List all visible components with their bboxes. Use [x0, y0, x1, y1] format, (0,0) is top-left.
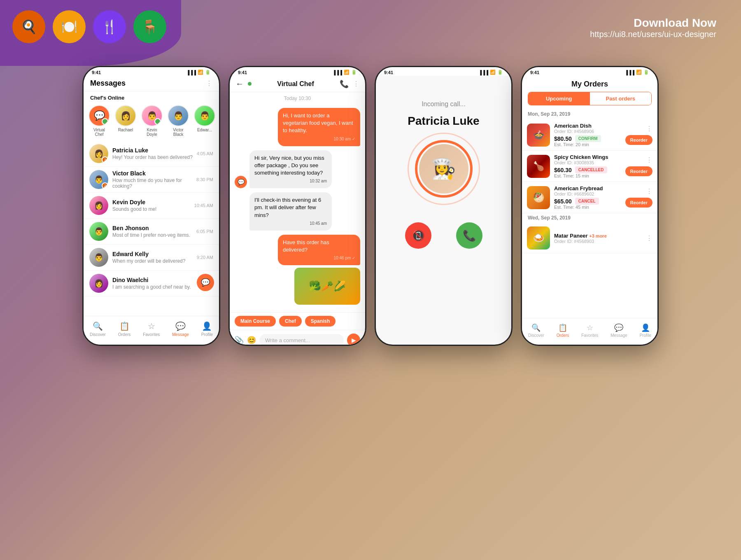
tag-chef[interactable]: Chef [279, 316, 302, 327]
bubble-recv-1: Hi sir, Very nice, but you miss offer pa… [249, 150, 332, 189]
app-icon-chef[interactable]: 🍳 [12, 10, 45, 43]
msg-item-kevin[interactable]: 👩 Kevin Doyle Sounds good to me! 10:45 A… [84, 193, 219, 219]
nav-profile-4[interactable]: 👤 Profile [640, 323, 651, 338]
msg-item-patricia[interactable]: 👩 3 Patricia Luke Hey! Your order has be… [84, 141, 219, 167]
order-status-spicy: CANCELLED [575, 166, 607, 173]
chef-wrap-virtual[interactable]: 💬 Virtual Chef [89, 105, 110, 137]
chef-wrap-edward[interactable]: 👨 Edwar... [194, 105, 215, 137]
order-menu-frybread[interactable]: ⋮ [646, 187, 652, 195]
order-price-row-frybread: $65.00 CANCEL [554, 198, 621, 205]
nav-discover-4[interactable]: 🔍 Discover [528, 323, 544, 338]
nav-favorites-4[interactable]: ☆ Favorites [581, 323, 598, 338]
bubble-text-sent-1: Hi, I want to order a vegetarian food ve… [283, 112, 353, 133]
decline-button[interactable]: 📵 [405, 222, 431, 249]
order-info-spicy: Spicy Chicken Wings Order ID: #3008935 $… [554, 154, 621, 178]
msg-badge-victor: 2 [102, 182, 108, 189]
incoming-label: Incoming call... [422, 100, 466, 108]
bubble-recv-2: I'll check-in this evening at 6 pm. It w… [249, 192, 332, 231]
msg-time-patricia: 4:05 AM [197, 151, 213, 156]
tab-upcoming[interactable]: Upcoming [528, 92, 590, 105]
msg-name-edward: Edward Kelly [112, 251, 197, 257]
order-card-frybread[interactable]: 🥙 American Frybread Order ID: #6689602 $… [522, 182, 657, 213]
bubble-sent-2: Have this order has delivered? 10:46 pm … [278, 235, 360, 265]
msg-item-edward[interactable]: 👨 Edward Kelly When my order will be del… [84, 245, 219, 271]
order-card-american-dish[interactable]: 🍲 American Dish Order ID: #4568906 $80.5… [522, 119, 657, 151]
call-icon[interactable]: 📞 [340, 79, 349, 89]
nav-orders-1[interactable]: 📋 Orders [118, 321, 131, 337]
chef-wrap-victor[interactable]: 👨 Victor Black [168, 105, 189, 137]
status-time-3: 9:41 [384, 70, 393, 75]
profile-icon-4: 👤 [641, 323, 650, 332]
nav-label-orders-4: Orders [557, 333, 569, 338]
bottom-nav-1: 🔍 Discover 📋 Orders ☆ Favorites 💬 Messag… [84, 316, 219, 345]
nav-profile-1[interactable]: 👤 Profile [201, 321, 213, 337]
tab-past-orders[interactable]: Past orders [590, 92, 652, 105]
msg-item-ben[interactable]: 👨 Ben Jhonson Most of time I prefer non-… [84, 219, 219, 245]
msg-item-victor[interactable]: 👨 2 Victor Black How much time do you ha… [84, 167, 219, 193]
chat-menu-icon[interactable]: ⋮ [353, 80, 359, 88]
nav-label-discover-1: Discover [90, 332, 106, 337]
nav-label-discover-4: Discover [528, 333, 544, 338]
phone-messages: 9:41 ▐▐▐ 📶 🔋 Messages ⋮ Chef's Online 💬 … [82, 66, 220, 346]
order-name-paneer: Matar Paneer +3 more [554, 233, 642, 239]
accept-button[interactable]: 📞 [456, 222, 482, 249]
reorder-btn-frybread[interactable]: Reorder [625, 198, 652, 208]
reorder-btn-american[interactable]: Reorder [625, 135, 652, 145]
tag-main-course[interactable]: Main Course [235, 316, 276, 327]
app-icon-chair[interactable]: 🪑 [133, 10, 166, 43]
nav-message-4[interactable]: 💬 Message [611, 323, 627, 338]
order-img-spicy: 🍗 [527, 155, 550, 178]
order-price-row-american: $80.50 CONFIRM [554, 135, 621, 142]
order-name-american: American Dish [554, 123, 621, 129]
send-button[interactable]: ▶ [347, 334, 360, 346]
chef-avatar-kevin: 👨 [141, 105, 163, 126]
download-url: https://ui8.net/users/ui-ux-designer [590, 30, 716, 39]
nav-favorites-1[interactable]: ☆ Favorites [143, 321, 160, 337]
order-menu-spicy[interactable]: ⋮ [646, 156, 652, 164]
attachment-icon[interactable]: 📎 [235, 336, 244, 345]
order-status-american: CONFIRM [575, 135, 601, 142]
battery-icon-4: 🔋 [643, 70, 649, 75]
msg-preview-kevin: Sounds good to me! [112, 206, 194, 212]
reorder-btn-spicy[interactable]: Reorder [625, 166, 652, 176]
order-menu-american[interactable]: ⋮ [646, 125, 652, 133]
msg-name-victor: Victor Black [112, 170, 196, 177]
nav-label-message-1: Message [172, 332, 189, 337]
chat-header: ← Virtual Chef 📞 ⋮ [230, 76, 365, 92]
app-icon-plate[interactable]: 🍽️ [53, 10, 86, 43]
nav-orders-4[interactable]: 📋 Orders [557, 323, 569, 338]
app-icon-fork[interactable]: 🍴 [93, 10, 126, 43]
nav-discover-1[interactable]: 🔍 Discover [90, 321, 106, 337]
status-icons-1: ▐▐▐ 📶 🔋 [186, 70, 211, 75]
order-date-1: Mon, Sep 23, 2019 [522, 110, 657, 119]
msg-info-kevin: Kevin Doyle Sounds good to me! [112, 199, 194, 212]
chef-wrap-kevin[interactable]: 👨 Kevin Doyle [141, 105, 163, 137]
call-buttons: 📵 📞 [405, 222, 482, 249]
chef-name-rachael: Rachael [118, 128, 133, 132]
status-time-4: 9:41 [530, 70, 539, 75]
nav-message-1[interactable]: 💬 Message [172, 321, 189, 337]
order-name-spicy: Spicy Chicken Wings [554, 154, 621, 160]
favorites-icon-1: ☆ [148, 321, 155, 331]
emoji-icon[interactable]: 😊 [247, 336, 256, 345]
tag-spanish[interactable]: Spanish [305, 316, 336, 327]
order-card-paneer[interactable]: 🍛 Matar Paneer +3 more Order ID: #456890… [522, 223, 657, 253]
bubble-time-sent-1: 10:30 am ✓ [283, 136, 355, 142]
discover-icon-4: 🔍 [531, 323, 541, 332]
messages-menu-icon[interactable]: ⋮ [206, 79, 212, 87]
chef-name-edward: Edwar... [197, 128, 212, 132]
order-menu-paneer[interactable]: ⋮ [646, 234, 652, 242]
chef-wrap-rachael[interactable]: 👩 Rachael [115, 105, 136, 137]
back-icon[interactable]: ← [235, 79, 244, 89]
status-bar-1: 9:41 ▐▐▐ 📶 🔋 [84, 67, 219, 76]
chat-msg-sent-2: Have this order has delivered? 10:46 pm … [235, 235, 360, 305]
chat-msg-sent-1: Hi, I want to order a vegetarian food ve… [235, 108, 360, 146]
compose-button[interactable]: 💬 [197, 274, 214, 291]
msg-info-ben: Ben Jhonson Most of time I prefer non-ve… [112, 225, 196, 238]
order-card-spicy[interactable]: 🍗 Spicy Chicken Wings Order ID: #3008935… [522, 151, 657, 182]
bubble-time-recv-2: 10:45 am [254, 221, 327, 226]
signal-icon-4: ▐▐▐ [625, 70, 634, 75]
msg-time-ben: 6:05 PM [196, 229, 213, 234]
msg-item-dino[interactable]: 👩 Dino Waelchi I am searching a good che… [84, 271, 219, 296]
chat-input[interactable]: Write a comment... [259, 334, 344, 346]
